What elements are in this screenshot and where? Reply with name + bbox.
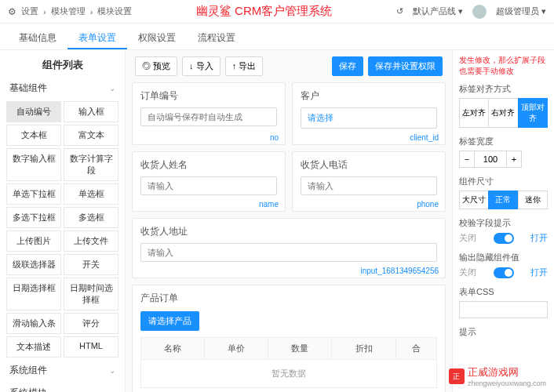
component-item[interactable]: 日期选择框 (6, 278, 61, 310)
field-recv-addr[interactable]: 收货人地址 input_1681349654256 (132, 218, 446, 278)
tab-process-settings[interactable]: 流程设置 (187, 24, 246, 49)
align-top[interactable]: 顶部对齐 (518, 98, 548, 128)
section-label: 系统模块 (9, 387, 47, 392)
user-menu[interactable]: 超级管理员 ▾ (496, 5, 546, 17)
crumb-settings[interactable]: 设置 (21, 5, 38, 17)
component-item[interactable]: 上传图片 (6, 230, 61, 252)
component-item[interactable]: 多选框 (64, 207, 118, 228)
stepper-plus[interactable]: + (506, 151, 522, 168)
section-system-comp[interactable]: 系统组件 ⌄ (3, 359, 122, 382)
table-header: 折扣 (332, 338, 395, 360)
save-button[interactable]: 保存 (332, 56, 363, 76)
crumb-module-mgmt[interactable]: 模块管理 (51, 5, 86, 17)
form-canvas: ◎ 预览 ↓ 导入 ↑ 导出 保存 保存并设置权限 订单编号 no 客户 请选择… (126, 50, 452, 392)
preview-button[interactable]: ◎ 预览 (135, 56, 177, 76)
size-mini[interactable]: 迷你 (518, 191, 548, 209)
component-item[interactable]: 数字计算字段 (64, 148, 118, 181)
width-input[interactable] (475, 151, 506, 168)
component-item[interactable]: 单选下拉框 (6, 183, 61, 205)
select-product-button[interactable]: 请选择产品 (140, 311, 199, 331)
field-recv-phone[interactable]: 收货人电话 phone (292, 151, 446, 212)
stepper-minus[interactable]: − (459, 151, 475, 168)
component-item[interactable]: HTML (64, 336, 118, 358)
save-perm-button[interactable]: 保存并设置权限 (368, 56, 443, 76)
align-group: 左对齐 右对齐 顶部对齐 (459, 98, 548, 128)
field-recv-name[interactable]: 收货人姓名 name (132, 151, 286, 212)
recv-name-input[interactable] (140, 176, 277, 195)
recv-addr-input[interactable] (140, 243, 437, 262)
tab-permission-settings[interactable]: 权限设置 (127, 24, 187, 49)
recv-phone-input[interactable] (301, 176, 437, 195)
table-header: 合 (395, 338, 436, 360)
avatar[interactable] (472, 5, 487, 19)
css-label: 表单CSS (459, 286, 548, 298)
component-item[interactable]: 日期时间选择框 (64, 278, 118, 310)
field-key: input_1681349654256 (360, 267, 439, 275)
component-item[interactable]: 级联选择器 (6, 254, 61, 275)
component-item[interactable]: 滑动输入条 (6, 313, 61, 334)
table-header: 名称 (141, 338, 205, 360)
export-button[interactable]: ↑ 导出 (225, 56, 264, 76)
order-no-input[interactable] (140, 107, 277, 126)
undo-icon[interactable]: ↺ (396, 6, 403, 16)
component-item[interactable]: 上传文件 (64, 230, 118, 252)
size-normal[interactable]: 正常 (488, 191, 518, 209)
header-right: ↺ 默认产品线 ▾ 超级管理员 ▾ (396, 5, 546, 19)
tab-form-settings[interactable]: 表单设置 (67, 24, 127, 49)
main-tabs: 基础信息 表单设置 权限设置 流程设置 (0, 24, 554, 50)
crumb-module-settings[interactable]: 模块设置 (97, 5, 132, 17)
section-basic[interactable]: 基础组件 ⌄ (3, 77, 122, 100)
component-item[interactable]: 输入框 (64, 101, 118, 122)
import-button[interactable]: ↓ 导入 (182, 56, 221, 76)
validate-switch[interactable] (494, 233, 514, 244)
field-key: name (259, 200, 279, 209)
watermark-name: 正威游戏网 (468, 365, 546, 379)
component-item[interactable]: 文本描述 (6, 336, 61, 358)
align-right[interactable]: 右对齐 (488, 98, 518, 128)
component-item[interactable]: 自动编号 (6, 101, 61, 122)
field-label: 收货人电话 (301, 158, 437, 172)
field-key: client_id (410, 133, 439, 142)
validate-label: 校验字段提示 (459, 217, 548, 229)
section-label: 系统组件 (9, 364, 47, 377)
product-line-select[interactable]: 默认产品线 ▾ (413, 5, 463, 17)
warning-text: 发生修改，那么扩展子段也需要手动修改 (459, 55, 548, 77)
field-customer[interactable]: 客户 请选择 client_id (292, 82, 446, 145)
validate-toggle-row: 关闭 打开 (459, 232, 548, 244)
hide-switch[interactable] (494, 267, 514, 278)
component-item[interactable]: 文本框 (6, 125, 61, 146)
size-large[interactable]: 大尺寸 (459, 191, 489, 209)
toggle-on-label: 打开 (530, 232, 548, 244)
header: ⚙ 设置 › 模块管理 › 模块设置 幽灵鲨 CRM客户管理系统 ↺ 默认产品线… (0, 0, 554, 24)
tab-basic-info[interactable]: 基础信息 (8, 24, 67, 49)
component-item[interactable]: 评分 (64, 313, 118, 334)
workspace: 组件列表 基础组件 ⌄ 自动编号输入框文本框富文本数字输入框数字计算字段单选下拉… (0, 50, 554, 392)
field-key: phone (417, 200, 439, 209)
component-item[interactable]: 数字输入框 (6, 148, 61, 181)
field-order-no[interactable]: 订单编号 no (132, 82, 286, 145)
field-label: 收货人姓名 (140, 158, 277, 172)
css-input[interactable] (459, 301, 548, 318)
section-system-mod[interactable]: 系统模块 ⌄ (3, 382, 122, 392)
watermark-logo-icon: 正 (449, 368, 465, 384)
field-product-order[interactable]: 产品订单 请选择产品 名称单价数量折扣合 暂无数据 整单再优惠(金额) ⌃⌄ 总… (132, 285, 446, 392)
chevron-right-icon: › (43, 7, 46, 16)
app-title: 幽灵鲨 CRM客户管理系统 (132, 4, 396, 19)
width-label: 标签宽度 (459, 136, 548, 147)
property-panel: 发生修改，那么扩展子段也需要手动修改 标签对齐方式 左对齐 右对齐 顶部对齐 标… (452, 50, 554, 392)
toggle-on-label: 打开 (530, 267, 548, 278)
customer-select[interactable]: 请选择 (301, 107, 437, 129)
basic-components-grid: 自动编号输入框文本框富文本数字输入框数字计算字段单选下拉框单选框多选下拉框多选框… (3, 100, 122, 359)
chevron-right-icon: › (90, 7, 93, 16)
align-left[interactable]: 左对齐 (459, 98, 489, 128)
component-item[interactable]: 富文本 (64, 125, 118, 146)
table-header: 数量 (268, 338, 332, 360)
field-label: 收货人地址 (140, 225, 437, 238)
breadcrumb: ⚙ 设置 › 模块管理 › 模块设置 (8, 5, 132, 17)
component-item[interactable]: 多选下拉框 (6, 207, 61, 228)
component-item[interactable]: 开关 (64, 254, 118, 275)
toggle-off-label: 关闭 (459, 267, 476, 278)
field-label: 订单编号 (140, 89, 277, 103)
component-item[interactable]: 单选框 (64, 183, 118, 205)
canvas-toolbar: ◎ 预览 ↓ 导入 ↑ 导出 保存 保存并设置权限 (132, 50, 446, 82)
